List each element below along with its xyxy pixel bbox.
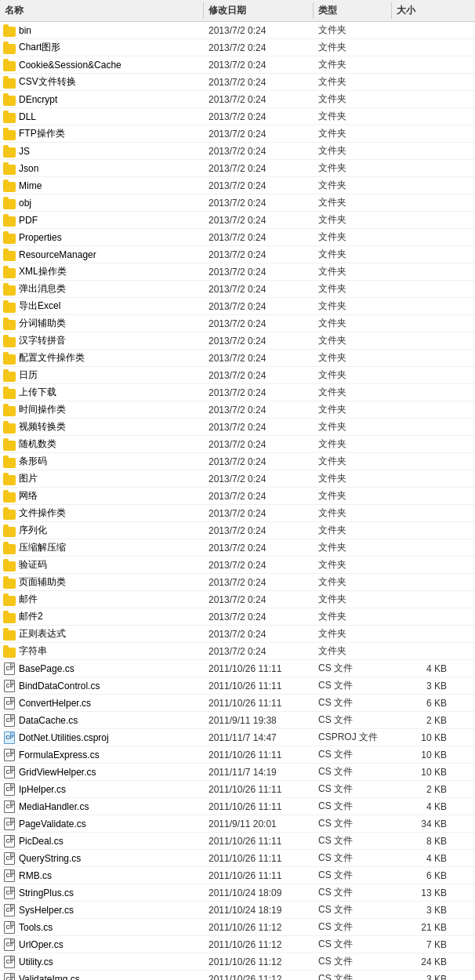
- file-name-text: 压缩解压缩: [19, 541, 66, 554]
- file-size-cell: [392, 289, 455, 290]
- file-name-text: GridViewHelper.cs: [19, 767, 96, 778]
- file-name-cell: 字符串: [0, 644, 204, 659]
- folder-icon: [3, 199, 16, 209]
- file-name-text: SysHelper.cs: [19, 905, 74, 916]
- list-item[interactable]: C#SysHelper.cs2011/10/24 18:19CS 文件3 KB: [0, 902, 475, 919]
- list-item[interactable]: C#FormulaExpress.cs2011/10/26 11:11CS 文件…: [0, 746, 475, 764]
- file-name-text: 页面辅助类: [19, 575, 66, 589]
- list-item[interactable]: 导出Excel2013/7/2 0:24文件夹: [0, 298, 475, 315]
- list-item[interactable]: C#PicDeal.cs2011/10/26 11:11CS 文件8 KB: [0, 833, 475, 850]
- list-item[interactable]: C#IpHelper.cs2011/10/26 11:11CS 文件2 KB: [0, 781, 475, 798]
- list-item[interactable]: Json2013/7/2 0:24文件夹: [0, 160, 475, 177]
- list-item[interactable]: 随机数类2013/7/2 0:24文件夹: [0, 436, 475, 453]
- list-item[interactable]: 正则表达式2013/7/2 0:24文件夹: [0, 626, 475, 643]
- list-item[interactable]: obj2013/7/2 0:24文件夹: [0, 194, 475, 212]
- list-item[interactable]: 字符串2013/7/2 0:24文件夹: [0, 643, 475, 660]
- list-item[interactable]: 时间操作类2013/7/2 0:24文件夹: [0, 401, 475, 419]
- list-item[interactable]: 序列化2013/7/2 0:24文件夹: [0, 522, 475, 539]
- list-item[interactable]: FTP操作类2013/7/2 0:24文件夹: [0, 125, 475, 143]
- list-item[interactable]: Chart图形2013/7/2 0:24文件夹: [0, 39, 475, 56]
- list-item[interactable]: Cookie&Session&Cache2013/7/2 0:24文件夹: [0, 56, 475, 74]
- list-item[interactable]: XML操作类2013/7/2 0:24文件夹: [0, 263, 475, 281]
- list-item[interactable]: DEncrypt2013/7/2 0:24文件夹: [0, 91, 475, 108]
- list-item[interactable]: C#ConvertHelper.cs2011/10/26 11:11CS 文件6…: [0, 695, 475, 712]
- folder-icon: [3, 441, 16, 451]
- file-date-cell: 2011/10/26 11:11: [204, 697, 314, 710]
- file-name-text: 条形码: [19, 455, 47, 468]
- file-date-cell: 2013/7/2 0:24: [204, 180, 314, 192]
- list-item[interactable]: 验证码2013/7/2 0:24文件夹: [0, 557, 475, 574]
- file-type-cell: CSPROJ 文件: [314, 730, 392, 745]
- list-item[interactable]: C#StringPlus.cs2011/10/24 18:09CS 文件13 K…: [0, 884, 475, 902]
- list-item[interactable]: 邮件2013/7/2 0:24文件夹: [0, 591, 475, 608]
- col-type-header[interactable]: 类型: [314, 2, 392, 19]
- file-name-text: 邮件: [19, 593, 38, 606]
- folder-icon: [3, 96, 16, 106]
- folder-icon: [3, 147, 16, 158]
- list-item[interactable]: 汉字转拼音2013/7/2 0:24文件夹: [0, 332, 475, 350]
- file-name-cell: C#Tools.cs: [0, 920, 204, 935]
- col-name-header[interactable]: 名称: [0, 2, 204, 19]
- list-item[interactable]: C#ValidateImg.cs2011/10/26 11:12CS 文件3 K…: [0, 971, 475, 980]
- list-item[interactable]: C#MediaHandler.cs2011/10/26 11:11CS 文件4 …: [0, 798, 475, 815]
- list-item[interactable]: 日历2013/7/2 0:24文件夹: [0, 367, 475, 384]
- list-item[interactable]: ResourceManager2013/7/2 0:24文件夹: [0, 246, 475, 263]
- file-name-text: 序列化: [19, 524, 47, 537]
- list-item[interactable]: 网络2013/7/2 0:24文件夹: [0, 488, 475, 505]
- list-item[interactable]: JS2013/7/2 0:24文件夹: [0, 143, 475, 160]
- folder-icon: [3, 492, 16, 503]
- list-item[interactable]: 分词辅助类2013/7/2 0:24文件夹: [0, 315, 475, 332]
- file-type-cell: 文件夹: [314, 471, 392, 486]
- list-item[interactable]: CPDotNet.Utilities.csproj2011/11/7 14:47…: [0, 729, 475, 746]
- list-item[interactable]: Properties2013/7/2 0:24文件夹: [0, 229, 475, 246]
- list-item[interactable]: 文件操作类2013/7/2 0:24文件夹: [0, 505, 475, 522]
- file-name-text: DotNet.Utilities.csproj: [19, 732, 109, 743]
- list-item[interactable]: 压缩解压缩2013/7/2 0:24文件夹: [0, 539, 475, 557]
- file-name-cell: 随机数类: [0, 437, 204, 452]
- list-item[interactable]: 邮件22013/7/2 0:24文件夹: [0, 608, 475, 626]
- list-item[interactable]: PDF2013/7/2 0:24文件夹: [0, 212, 475, 229]
- list-item[interactable]: 页面辅助类2013/7/2 0:24文件夹: [0, 574, 475, 591]
- list-item[interactable]: C#PageValidate.cs2011/9/11 20:01CS 文件34 …: [0, 815, 475, 833]
- list-item[interactable]: 配置文件操作类2013/7/2 0:24文件夹: [0, 350, 475, 367]
- list-item[interactable]: C#QueryString.cs2011/10/26 11:11CS 文件4 K…: [0, 850, 475, 867]
- list-item[interactable]: C#BindDataControl.cs2011/10/26 11:11CS 文…: [0, 677, 475, 695]
- cs-file-icon: C#: [4, 869, 15, 882]
- list-item[interactable]: C#Utility.cs2011/10/26 11:12CS 文件24 KB: [0, 953, 475, 971]
- col-date-header[interactable]: 修改日期: [204, 2, 314, 19]
- file-name-cell: 时间操作类: [0, 402, 204, 417]
- file-type-cell: 文件夹: [314, 626, 392, 641]
- col-size-header[interactable]: 大小: [392, 2, 455, 19]
- cs-file-icon: C#: [4, 714, 15, 727]
- cs-file-icon: C#: [4, 749, 15, 761]
- list-item[interactable]: bin2013/7/2 0:24文件夹: [0, 22, 475, 39]
- file-explorer: 名称 修改日期 类型 大小 bin2013/7/2 0:24文件夹Chart图形…: [0, 0, 475, 980]
- file-size-cell: 4 KB: [392, 662, 455, 675]
- list-item[interactable]: DLL2013/7/2 0:24文件夹: [0, 108, 475, 125]
- list-item[interactable]: 弹出消息类2013/7/2 0:24文件夹: [0, 281, 475, 298]
- list-item[interactable]: 上传下载2013/7/2 0:24文件夹: [0, 384, 475, 401]
- list-item[interactable]: C#RMB.cs2011/10/26 11:11CS 文件6 KB: [0, 867, 475, 884]
- list-item[interactable]: C#Tools.cs2011/10/26 11:12CS 文件21 KB: [0, 919, 475, 936]
- cs-file-icon: C#: [4, 852, 15, 865]
- file-name-cell: C#StringPlus.cs: [0, 886, 204, 900]
- file-name-cell: 压缩解压缩: [0, 540, 204, 555]
- list-item[interactable]: CSV文件转换2013/7/2 0:24文件夹: [0, 74, 475, 91]
- file-size-cell: 8 KB: [392, 835, 455, 848]
- file-date-cell: 2013/7/2 0:24: [204, 249, 314, 261]
- file-type-cell: 文件夹: [314, 281, 392, 296]
- file-name-cell: DEncrypt: [0, 93, 204, 107]
- list-item[interactable]: 条形码2013/7/2 0:24文件夹: [0, 453, 475, 470]
- list-item[interactable]: 视频转换类2013/7/2 0:24文件夹: [0, 419, 475, 436]
- list-item[interactable]: C#GridViewHelper.cs2011/11/7 14:19CS 文件1…: [0, 764, 475, 781]
- list-item[interactable]: C#UrlOper.cs2011/10/26 11:12CS 文件7 KB: [0, 936, 475, 953]
- list-item[interactable]: 图片2013/7/2 0:24文件夹: [0, 470, 475, 488]
- list-item[interactable]: C#BasePage.cs2011/10/26 11:11CS 文件4 KB: [0, 660, 475, 677]
- list-item[interactable]: C#DataCache.cs2011/9/11 19:38CS 文件2 KB: [0, 712, 475, 729]
- file-date-cell: 2013/7/2 0:24: [204, 593, 314, 606]
- file-type-cell: CS 文件: [314, 885, 392, 900]
- list-item[interactable]: Mime2013/7/2 0:24文件夹: [0, 177, 475, 194]
- file-name-cell: DLL: [0, 110, 204, 124]
- file-size-cell: [392, 392, 455, 394]
- folder-icon: [3, 44, 16, 54]
